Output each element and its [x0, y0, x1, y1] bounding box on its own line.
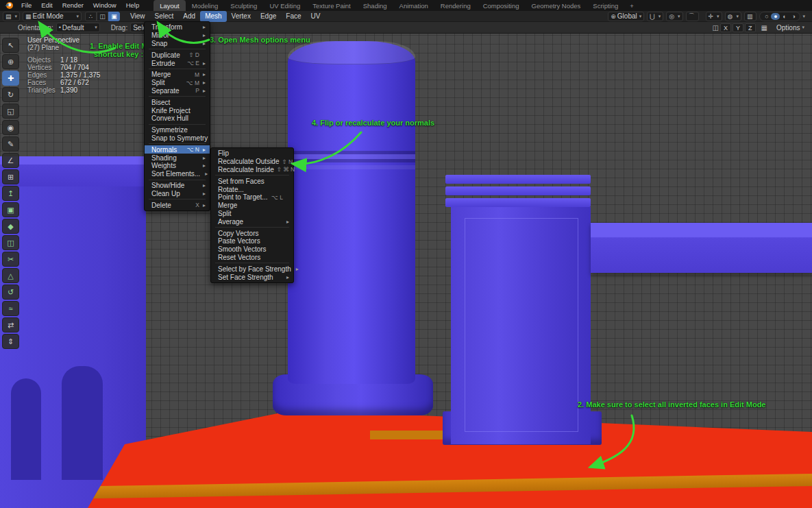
viewport-menu-item[interactable]: Add — [178, 11, 200, 22]
viewport-menu-item[interactable]: Select — [150, 11, 179, 22]
tool-button-add-cube[interactable]: ⊞ — [2, 169, 19, 184]
tool-button-knife[interactable]: ✂ — [2, 252, 19, 267]
normals-menu-item[interactable]: Average▸ — [211, 217, 293, 226]
transform-orientation-dropdown[interactable]: ⊕ Global ▾ — [608, 12, 644, 21]
mesh-menu-item[interactable]: Sort Elements...▸ — [145, 170, 210, 178]
tool-button-rotate[interactable]: ↻ — [2, 87, 19, 102]
tool-button-cursor[interactable]: ⊕ — [2, 54, 19, 69]
workspace-tab[interactable]: Compositing — [477, 0, 526, 11]
workspace-tab[interactable]: Geometry Nodes — [526, 0, 587, 11]
normals-menu-item[interactable]: Set Face Strength▸ — [211, 273, 293, 281]
viewport-menu-item[interactable]: UV — [306, 11, 325, 22]
mesh-menu-item[interactable]: Shading▸ — [145, 154, 210, 162]
3d-viewport[interactable]: ↖⊕✚↻◱◉✎∠⊞↥▣◆◫✂△↺≈⇄⇕ User Perspective (27… — [0, 34, 812, 508]
tool-button-poly-build[interactable]: △ — [2, 268, 19, 283]
tool-button-move[interactable]: ✚ — [2, 71, 19, 86]
normals-menu-item[interactable]: Point to Target...⌥ L▸ — [211, 193, 293, 202]
tool-button-annotate[interactable]: ✎ — [2, 136, 19, 152]
workspace-tab[interactable]: Animation — [393, 0, 434, 11]
overlays-dropdown[interactable]: ◍ ▾ — [725, 12, 741, 21]
shading-mode-button-wireframe[interactable]: ○ — [762, 13, 771, 20]
shading-mode-button-material[interactable]: ◐ — [780, 13, 789, 20]
workspace-tab[interactable]: Sculpting — [224, 0, 263, 11]
mesh-menu-item[interactable]: Convex Hull▸ — [145, 114, 210, 123]
mesh-menu-item[interactable]: Knife Project▸ — [145, 106, 210, 114]
mesh-menu-item[interactable]: Bisect▸ — [145, 98, 210, 106]
viewport-menu-item[interactable]: Face — [281, 11, 306, 22]
mesh-menu-item[interactable]: Mirror▸ — [145, 32, 210, 40]
tool-button-loop-cut[interactable]: ◫ — [2, 235, 19, 250]
tool-button-transform[interactable]: ◉ — [2, 120, 19, 135]
normals-menu-item[interactable]: Recalculate Inside⇧ ⌘ N▸ — [211, 166, 293, 174]
app-menu-item[interactable]: Edit — [36, 0, 57, 11]
shading-mode-button-rendered[interactable]: ◑ — [789, 13, 798, 20]
mesh-menu-item[interactable]: Weights▸ — [145, 162, 210, 170]
tool-button-spin[interactable]: ↺ — [2, 285, 19, 300]
mesh-menu-item[interactable]: Extrude⌥ E▸ — [145, 59, 210, 67]
proportional-editing-button[interactable]: ◎ ▾ — [666, 12, 682, 21]
mesh-menu-item[interactable]: Clean Up▸ — [145, 189, 210, 197]
viewport-menu-item[interactable]: Mesh — [200, 11, 226, 22]
proportional-falloff-button[interactable]: ⌒ — [686, 12, 699, 21]
normals-menu-item[interactable]: Rotate...▸ — [211, 185, 293, 193]
mirror-axis-button[interactable]: Y — [733, 23, 743, 32]
workspace-tab[interactable]: Scripting — [587, 0, 624, 11]
face-select-button[interactable]: ▣ — [108, 12, 120, 21]
normals-menu-item[interactable]: Paste Vectors▸ — [211, 237, 293, 245]
show-gizmo-dropdown[interactable]: ✛ ▾ — [706, 12, 722, 21]
tool-button-select-box[interactable]: ↖ — [2, 38, 19, 53]
workspace-tab[interactable]: Shading — [357, 0, 393, 11]
mesh-menu-item[interactable]: Snap to Symmetry▸ — [145, 134, 210, 143]
tool-button-edge-slide[interactable]: ⇄ — [2, 317, 19, 332]
app-menu-item[interactable]: Render — [58, 0, 88, 11]
snap-dropdown[interactable]: ⋃ ▾ — [647, 12, 663, 21]
workspace-tab[interactable]: Layout — [153, 0, 186, 11]
shading-mode-button-solid[interactable]: ● — [771, 13, 780, 20]
mirror-axis-button[interactable]: Z — [745, 23, 756, 32]
tool-button-inset-faces[interactable]: ▣ — [2, 202, 19, 217]
viewport-menu-item[interactable]: View — [125, 11, 150, 22]
mirror-axis-button[interactable]: X — [720, 23, 731, 32]
workspace-tab[interactable]: UV Editing — [263, 0, 306, 11]
normals-menu-item[interactable]: Split▸ — [211, 210, 293, 218]
mode-dropdown[interactable]: ▦ Edit Mode ▾ — [23, 12, 82, 21]
mesh-menu-item[interactable]: DeleteX▸ — [145, 201, 210, 209]
normals-menu-item[interactable]: Reset Vectors▸ — [211, 254, 293, 262]
tool-button-shrink-fatten[interactable]: ⇕ — [2, 334, 19, 349]
mesh-menu-item[interactable]: Transform▸ — [145, 23, 210, 32]
normals-menu-item[interactable]: Recalculate Outside⇧ N▸ — [211, 158, 293, 166]
app-menu-item[interactable]: Window — [88, 0, 121, 11]
viewport-menu-item[interactable]: Edge — [256, 11, 281, 22]
app-menu-item[interactable]: File — [16, 0, 36, 11]
viewport-menu-item[interactable]: Vertex — [227, 11, 256, 22]
workspace-tab[interactable]: Texture Paint — [306, 0, 356, 11]
tool-button-measure[interactable]: ∠ — [2, 153, 19, 168]
mesh-menu-item[interactable]: MergeM▸ — [145, 71, 210, 79]
mesh-menu-item[interactable]: Duplicate⇧ D▸ — [145, 51, 210, 59]
workspace-tab[interactable]: Rendering — [434, 0, 477, 11]
app-menu-item[interactable]: Help — [121, 0, 145, 11]
normals-menu-item[interactable]: Smooth Vectors▸ — [211, 245, 293, 254]
mesh-menu-item[interactable]: Symmetrize▸ — [145, 126, 210, 134]
mesh-menu-item[interactable]: SeparateP▸ — [145, 87, 210, 95]
mesh-menu-item[interactable]: Snap▸ — [145, 40, 210, 48]
workspace-tab[interactable]: Modeling — [186, 0, 225, 11]
normals-menu-item[interactable]: Flip▸ — [211, 149, 293, 158]
tool-button-scale[interactable]: ◱ — [2, 104, 19, 119]
normals-menu-item[interactable]: Set from Faces▸ — [211, 177, 293, 185]
edge-select-button[interactable]: ◫ — [97, 12, 108, 21]
mesh-menu-item[interactable]: Normals⌥ N▸ — [145, 145, 210, 154]
orientation-setting-dropdown[interactable]: • Default ▾ — [56, 23, 100, 32]
normals-menu-item[interactable]: Copy Vectors▸ — [211, 229, 293, 237]
tool-button-extrude-region[interactable]: ↥ — [2, 186, 19, 201]
mesh-menu-item[interactable]: Show/Hide▸ — [145, 182, 210, 190]
tool-button-bevel[interactable]: ◆ — [2, 219, 19, 234]
normals-menu-item[interactable]: Select by Face Strength▸ — [211, 265, 293, 273]
xray-toggle-button[interactable]: ▥ — [744, 12, 757, 21]
tool-button-smooth[interactable]: ≈ — [2, 301, 19, 316]
mesh-menu-item[interactable]: Split⌥ M▸ — [145, 79, 210, 87]
add-workspace-button[interactable]: + — [624, 2, 639, 10]
normals-menu-item[interactable]: Merge▸ — [211, 202, 293, 210]
editor-type-dropdown[interactable]: ▤ ▾ — [3, 12, 20, 21]
options-dropdown[interactable]: Options ▾ — [774, 23, 807, 32]
